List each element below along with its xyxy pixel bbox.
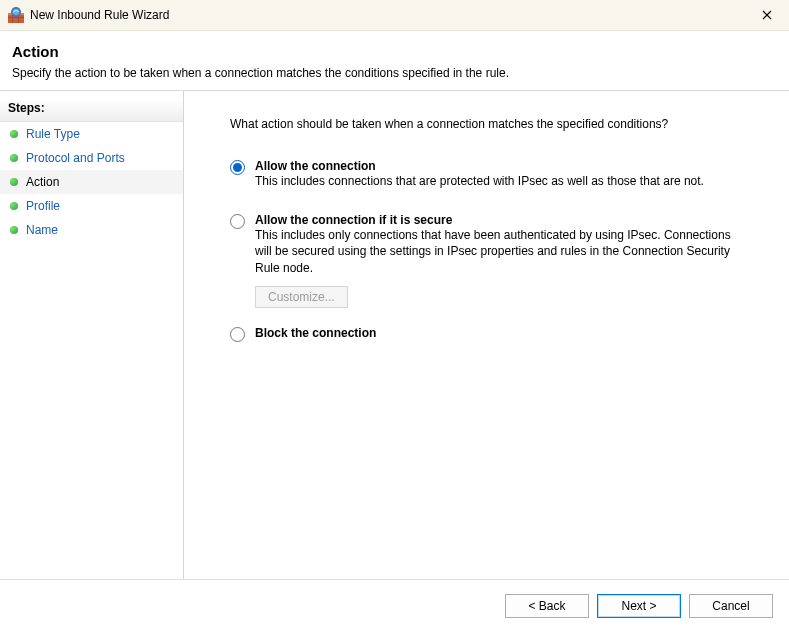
customize-button: Customize... [255,286,348,308]
page-title: Action [12,43,777,60]
step-profile[interactable]: Profile [0,194,183,218]
radio-allow-secure[interactable] [230,214,245,229]
option-desc: This includes only connections that have… [255,227,750,276]
next-button[interactable]: Next > [597,594,681,618]
firewall-icon [8,7,24,23]
step-label: Protocol and Ports [26,151,125,165]
option-block[interactable]: Block the connection [230,326,750,342]
step-label: Profile [26,199,60,213]
bullet-icon [10,178,18,186]
steps-sidebar: Steps: Rule Type Protocol and Ports Acti… [0,91,184,579]
step-name[interactable]: Name [0,218,183,242]
page-subtitle: Specify the action to be taken when a co… [12,66,777,80]
wizard-window: New Inbound Rule Wizard Action Specify t… [0,0,789,631]
close-button[interactable] [753,5,781,25]
wizard-body: Steps: Rule Type Protocol and Ports Acti… [0,91,789,579]
step-rule-type[interactable]: Rule Type [0,122,183,146]
svg-rect-2 [8,17,24,18]
bullet-icon [10,226,18,234]
action-prompt: What action should be taken when a conne… [230,117,761,131]
step-label: Name [26,223,58,237]
option-allow[interactable]: Allow the connection This includes conne… [230,159,750,195]
titlebar: New Inbound Rule Wizard [0,0,789,31]
step-label: Rule Type [26,127,80,141]
main-content: What action should be taken when a conne… [184,91,789,579]
option-title: Allow the connection [255,159,376,173]
option-body: Block the connection [255,326,750,340]
wizard-footer: < Back Next > Cancel [0,579,789,631]
option-allow-secure[interactable]: Allow the connection if it is secure Thi… [230,213,750,308]
radio-allow[interactable] [230,160,245,175]
bullet-icon [10,154,18,162]
radio-block[interactable] [230,327,245,342]
step-protocol-and-ports[interactable]: Protocol and Ports [0,146,183,170]
page-header: Action Specify the action to be taken wh… [0,31,789,91]
step-label: Action [26,175,59,189]
option-title: Block the connection [255,326,376,340]
back-button[interactable]: < Back [505,594,589,618]
step-action[interactable]: Action [0,170,183,194]
window-title: New Inbound Rule Wizard [30,8,747,22]
close-icon [762,10,772,20]
steps-heading: Steps: [0,101,183,122]
option-desc: This includes connections that are prote… [255,173,750,189]
bullet-icon [10,202,18,210]
option-title: Allow the connection if it is secure [255,213,452,227]
option-body: Allow the connection if it is secure Thi… [255,213,750,308]
option-body: Allow the connection This includes conne… [255,159,750,195]
cancel-button[interactable]: Cancel [689,594,773,618]
bullet-icon [10,130,18,138]
